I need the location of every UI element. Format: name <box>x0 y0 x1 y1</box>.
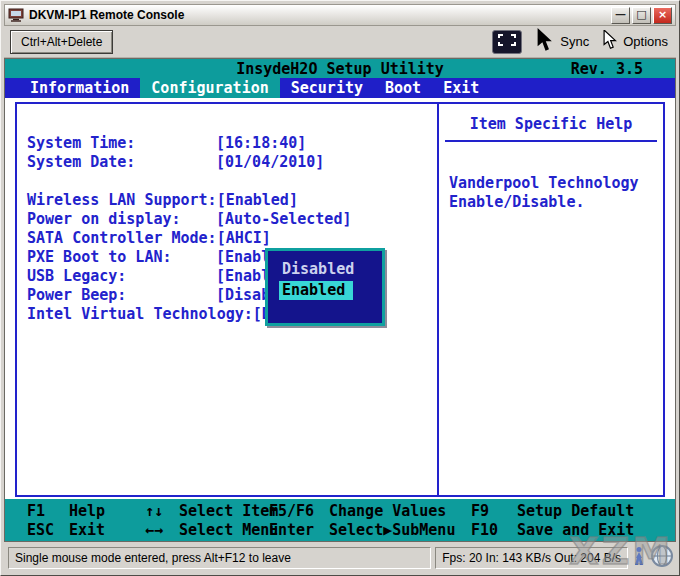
setting-label: PXE Boot to LAN: <box>27 248 216 267</box>
key-hints-row-1: F1 Help ↑↓ Select Item F5/F6 Change Valu… <box>27 502 675 521</box>
popup-option-enabled[interactable]: Enabled <box>279 281 353 300</box>
tab-information[interactable]: Information <box>19 78 140 98</box>
setting-value: [16:18:40] <box>216 134 306 153</box>
status-stats: Fps: 20 In: 143 KB/s Out: 204 B/s <box>435 547 628 569</box>
bios-menu-bar: Information Configuration Security Boot … <box>5 78 675 98</box>
close-button[interactable]: × <box>653 7 672 24</box>
blank-row <box>27 172 437 191</box>
keyhint-updown-key: ↑↓ <box>145 502 179 521</box>
minimize-button[interactable]: — <box>611 7 630 24</box>
bios-revision: Rev. 3.5 <box>571 60 643 78</box>
options-label: Options <box>623 34 668 49</box>
toolbar: Ctrl+Alt+Delete Sync <box>4 26 676 58</box>
setting-label: Wireless LAN Support: <box>27 191 217 210</box>
setting-label: Power Beep: <box>27 286 216 305</box>
titlebar[interactable]: DKVM-IP1 Remote Console — □ × <box>4 4 676 26</box>
window-title: DKVM-IP1 Remote Console <box>29 8 606 22</box>
keyhint-f5f6-key: F5/F6 <box>269 502 329 521</box>
setting-label: USB Legacy: <box>27 267 216 286</box>
cursor-filled-icon <box>536 28 554 56</box>
toolbar-right: Sync Options <box>492 28 668 56</box>
bios-screen: InsydeH2O Setup Utility Rev. 3.5 Informa… <box>4 58 676 542</box>
tab-exit[interactable]: Exit <box>432 78 490 98</box>
setting-row-wireless-lan[interactable]: Wireless LAN Support: [Enabled] <box>27 191 437 210</box>
bios-title: InsydeH2O Setup Utility <box>236 60 444 78</box>
setting-row-sata-mode[interactable]: SATA Controller Mode: [AHCI] <box>27 229 437 248</box>
keyhint-f10-key: F10 <box>471 521 517 540</box>
setting-label: System Date: <box>27 153 216 172</box>
tab-boot[interactable]: Boot <box>374 78 432 98</box>
tab-security[interactable]: Security <box>280 78 374 98</box>
status-bar: Single mouse mode entered, press Alt+F12… <box>4 542 676 572</box>
key-hints-row-2: ESC Exit ←→ Select Menu Enter Select▶Sub… <box>27 521 675 540</box>
bios-body: System Time: [16:18:40] System Date: [01… <box>15 102 665 497</box>
help-pane: Item Specific Help Vanderpool Technology… <box>437 104 663 495</box>
help-text: Vanderpool Technology Enable/Disable. <box>449 174 653 212</box>
keyhint-enter-key: Enter <box>269 521 329 540</box>
popup-option-disabled[interactable]: Disabled <box>279 260 382 279</box>
setting-label: System Time: <box>27 134 216 153</box>
window-controls: — □ × <box>611 7 672 24</box>
status-message: Single mouse mode entered, press Alt+F12… <box>8 547 431 569</box>
value-options-popup: Disabled Enabled <box>265 248 385 326</box>
keyhint-f9-label: Setup Default <box>517 502 675 521</box>
keyhint-enter-label: Select▶SubMenu <box>329 521 471 540</box>
fullscreen-button[interactable] <box>492 30 522 54</box>
setting-value: [01/04/2010] <box>216 153 324 172</box>
setting-label: SATA Controller Mode: <box>27 229 217 248</box>
maximize-button[interactable]: □ <box>632 7 651 24</box>
bios-header: InsydeH2O Setup Utility Rev. 3.5 <box>5 59 675 78</box>
keyhint-leftright-key: ←→ <box>145 521 179 540</box>
keyhint-f9-key: F9 <box>471 502 517 521</box>
person-icon <box>632 546 646 570</box>
key-hints-bar: F1 Help ↑↓ Select Item F5/F6 Change Valu… <box>5 499 675 541</box>
globe-icon <box>650 544 674 572</box>
setting-label: Intel Virtual Technology: <box>27 305 253 324</box>
sync-label: Sync <box>560 34 589 49</box>
ctrl-alt-delete-button[interactable]: Ctrl+Alt+Delete <box>10 30 113 54</box>
keyhint-f5f6-label: Change Values <box>329 502 471 521</box>
keyhint-f10-label: Save and Exit <box>517 521 675 540</box>
setting-row-system-date[interactable]: System Date: [01/04/2010] <box>27 153 437 172</box>
tab-configuration[interactable]: Configuration <box>140 78 279 98</box>
status-icons <box>632 544 674 572</box>
setting-value: [Auto-Selected] <box>216 210 351 229</box>
keyhint-updown-label: Select Item <box>179 502 269 521</box>
cursor-outline-icon <box>603 30 617 53</box>
setting-label: Power on display: <box>27 210 216 229</box>
setting-row-system-time[interactable]: System Time: [16:18:40] <box>27 134 437 153</box>
setting-value: [Enabled] <box>217 191 298 210</box>
keyhint-f1-label: Help <box>69 502 145 521</box>
keyhint-leftright-label: Select Menu <box>179 521 269 540</box>
remote-console-window: DKVM-IP1 Remote Console — □ × Ctrl+Alt+D… <box>0 0 680 576</box>
options-button[interactable]: Options <box>603 30 668 53</box>
keyhint-esc-key: ESC <box>27 521 69 540</box>
setting-row-power-on-display[interactable]: Power on display: [Auto-Selected] <box>27 210 437 229</box>
setting-value: [AHCI] <box>217 229 271 248</box>
monitor-icon <box>8 8 24 22</box>
fullscreen-corners-icon <box>497 33 517 50</box>
help-title: Item Specific Help <box>445 112 657 142</box>
sync-button[interactable]: Sync <box>536 28 589 56</box>
keyhint-f1-key: F1 <box>27 502 69 521</box>
keyhint-esc-label: Exit <box>69 521 145 540</box>
